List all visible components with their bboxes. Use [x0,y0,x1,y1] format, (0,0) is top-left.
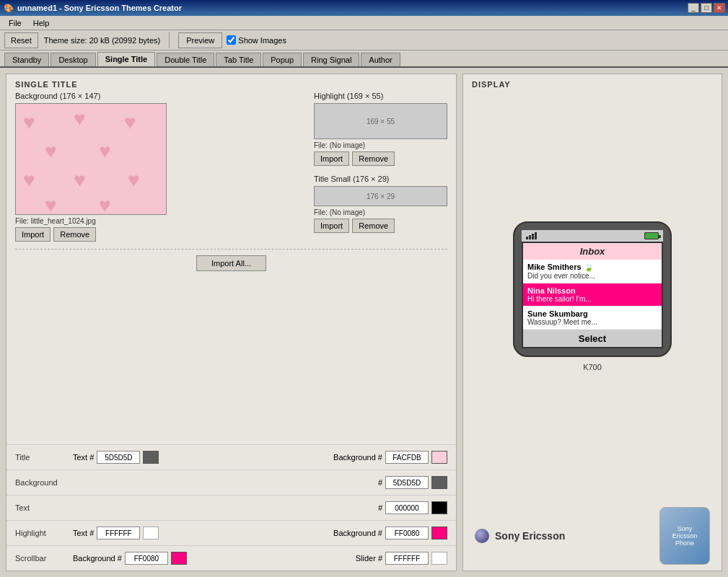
background-import-button[interactable]: Import [15,227,51,242]
minimize-button[interactable]: _ [688,3,699,13]
select-label: Select [579,333,606,344]
tab-author[interactable]: Author [361,53,400,66]
message-preview-3: Wassuup? Meet me... [527,318,657,326]
highlight-btn-row: Import Remove [314,151,447,166]
menu-help[interactable]: Help [27,17,56,29]
message-row-2: Nina Nilsson Hi there sailor! I'm... [523,283,662,307]
scrollbar-slider-hash: Slider # [356,554,382,563]
highlight-dimensions: 169 × 55 [367,118,395,125]
highlight-remove-button[interactable]: Remove [352,151,395,166]
screen-bottom-bar: Select [523,330,662,347]
tab-double-title[interactable]: Double Title [157,53,214,66]
right-images-column: Highlight (169 × 55) 169 × 55 File: (No … [314,92,447,242]
highlight-color-row: Highlight Text # Background # [6,520,456,545]
highlight-text-color-group: Text # [73,527,159,539]
title-small-dimensions: 176 × 29 [367,193,395,201]
title-small-remove-button[interactable]: Remove [352,219,395,233]
import-all-button[interactable]: Import All... [196,255,266,271]
title-bg-color-input[interactable] [385,451,429,464]
title-small-btn-row: Import Remove [314,219,447,233]
show-images-checkbox[interactable] [227,35,236,45]
bg-color-input[interactable] [385,476,429,489]
background-color-row: Background # [6,470,456,495]
title-text-color-swatch[interactable] [143,451,159,464]
tab-standby[interactable]: Standby [4,53,49,66]
import-all-container: Import All... [15,249,447,271]
scrollbar-bg-color-swatch[interactable] [171,552,187,565]
phone-model: K700 [583,363,602,371]
background-color-label: Background [15,478,73,487]
title-color-row: Title Text # Background # [6,444,456,470]
highlight-text-hash: Text # [73,529,94,537]
heart-icon: ♥ [45,140,57,163]
app-icon: 🎨 [3,2,14,14]
phone-display: Inbox Mike Smithers 🍃 Did you ever notic… [463,92,722,501]
preview-button[interactable]: Preview [178,32,222,48]
message-row-3: Sune Skumbarg Wassuup? Meet me... [523,307,662,330]
bg-color-swatch[interactable] [431,476,447,489]
right-panel: DISPLAY Inbox [462,74,722,571]
inbox-title: Inbox [523,243,662,260]
heart-icon: ♥ [74,169,86,192]
tab-single-title[interactable]: Single Title [97,52,155,66]
tab-desktop[interactable]: Desktop [51,53,95,66]
title-text-color-input[interactable] [97,451,140,464]
close-button[interactable]: ✕ [714,3,725,13]
title-small-import-button[interactable]: Import [314,219,349,233]
menu-file[interactable]: File [3,17,27,29]
tab-tab-title[interactable]: Tab Title [216,53,261,66]
hearts-pattern: ♥ ♥ ♥ ♥ ♥ ♥ ♥ ♥ ♥ ♥ [16,104,166,214]
background-btn-row: Import Remove [15,227,299,242]
bg-color-group: # [378,476,447,489]
heart-icon: ♥ [45,194,57,215]
se-logo-ball [475,529,489,543]
title-color-label: Title [15,453,73,462]
message-name-1: Mike Smithers 🍃 [527,263,657,272]
scrollbar-bg-color-input[interactable] [125,552,168,565]
maximize-button[interactable]: □ [701,3,712,13]
highlight-image-preview: 169 × 55 [314,103,447,139]
scrollbar-slider-color-input[interactable] [385,552,429,565]
text-color-input[interactable] [385,501,429,514]
heart-icon: ♥ [99,194,111,215]
display-title: DISPLAY [463,74,722,92]
text-color-group: # [378,501,447,514]
highlight-text-color-swatch[interactable] [143,527,159,539]
highlight-bg-color-swatch[interactable] [431,527,447,539]
se-bottom: Sony Ericsson SonyEricssonPhone [463,501,722,571]
tab-bar: Standby Desktop Single Title Double Titl… [0,50,728,68]
reset-button[interactable]: Reset [4,32,38,48]
signal-bar-3 [532,234,534,239]
battery-icon [644,232,659,239]
highlight-image-label: Highlight (169 × 55) [314,92,447,100]
highlight-bg-color-input[interactable] [385,527,429,539]
se-phone-img-text: SonyEricssonPhone [672,525,698,547]
background-remove-button[interactable]: Remove [53,227,96,242]
highlight-import-button[interactable]: Import [314,151,349,166]
left-panel: SINGLE TITLE Background (176 × 147) ♥ ♥ … [6,74,457,571]
text-color-swatch[interactable] [431,501,447,514]
text-color-row: Text # [6,495,456,520]
title-small-label: Title Small (176 × 29) [314,175,447,183]
message-name-3: Sune Skumbarg [527,309,657,318]
background-file-info: File: little_heart_1024.jpg [15,217,299,225]
scrollbar-slider-color-swatch[interactable] [431,552,447,565]
tab-ring-signal[interactable]: Ring Signal [303,53,359,66]
highlight-file-info: File: (No image) [314,141,447,149]
title-small-preview: 176 × 29 [314,186,447,206]
main-content: SINGLE TITLE Background (176 × 147) ♥ ♥ … [0,68,728,577]
scrollbar-bg-hash: Background # [73,554,122,563]
message-preview-1: Did you ever notice... [527,272,657,280]
highlight-text-color-input[interactable] [97,527,140,539]
scrollbar-bg-color-group: Background # [73,552,187,565]
bg-hash: # [378,478,382,487]
toolbar-right: Preview Show Images [178,32,286,48]
scroll-area[interactable]: Background (176 × 147) ♥ ♥ ♥ ♥ ♥ ♥ ♥ ♥ [6,92,456,444]
se-phone-image: SonyEricssonPhone [659,507,710,565]
window-title: unnamed1 - Sony Ericsson Themes Creator [17,4,688,12]
theme-size: Theme size: 20 kB (20992 bytes) [44,36,160,45]
heart-icon: ♥ [99,140,111,163]
show-images-label[interactable]: Show Images [227,35,286,45]
title-bg-color-swatch[interactable] [431,451,447,464]
tab-popup[interactable]: Popup [263,53,302,66]
